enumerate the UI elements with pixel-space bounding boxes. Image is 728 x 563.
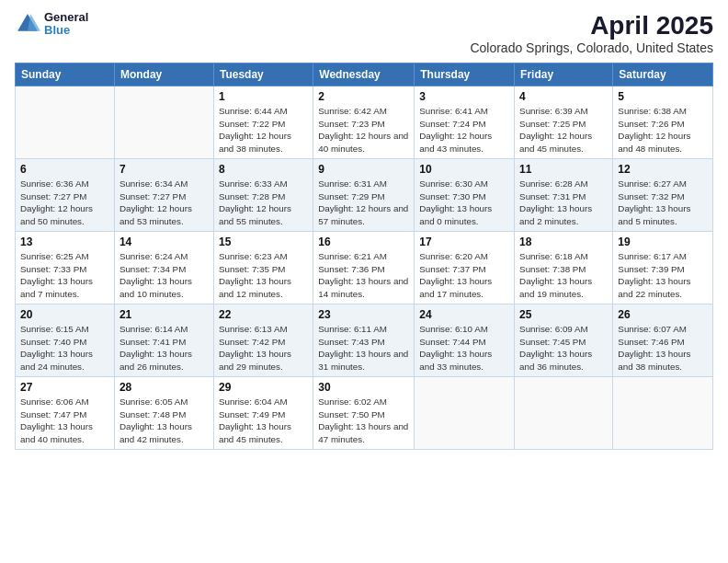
sunrise-text: Sunrise: 6:31 AM bbox=[318, 178, 387, 189]
sunrise-text: Sunrise: 6:17 AM bbox=[618, 251, 687, 261]
daylight-text: Daylight: 12 hours and 48 minutes. bbox=[618, 131, 690, 154]
sunrise-text: Sunrise: 6:06 AM bbox=[20, 396, 89, 407]
calendar-day-cell: 2Sunrise: 6:42 AMSunset: 7:23 PMDaylight… bbox=[313, 86, 415, 159]
sunset-text: Sunset: 7:48 PM bbox=[119, 409, 186, 419]
calendar-day-cell: 28Sunrise: 6:05 AMSunset: 7:48 PMDayligh… bbox=[114, 377, 213, 450]
day-info: Sunrise: 6:07 AMSunset: 7:46 PMDaylight:… bbox=[618, 323, 708, 373]
day-info: Sunrise: 6:21 AMSunset: 7:36 PMDaylight:… bbox=[318, 250, 409, 300]
daylight-text: Daylight: 12 hours and 55 minutes. bbox=[219, 203, 291, 226]
calendar-day-cell: 30Sunrise: 6:02 AMSunset: 7:50 PMDayligh… bbox=[313, 377, 415, 450]
calendar-day-cell: 11Sunrise: 6:28 AMSunset: 7:31 PMDayligh… bbox=[515, 159, 613, 232]
sunset-text: Sunset: 7:33 PM bbox=[20, 264, 86, 274]
daylight-text: Daylight: 13 hours and 31 minutes. bbox=[318, 349, 408, 372]
calendar-day-cell: 25Sunrise: 6:09 AMSunset: 7:45 PMDayligh… bbox=[515, 304, 613, 377]
calendar-day-cell: 14Sunrise: 6:24 AMSunset: 7:34 PMDayligh… bbox=[114, 232, 213, 304]
day-info: Sunrise: 6:20 AMSunset: 7:37 PMDaylight:… bbox=[419, 250, 509, 300]
day-info: Sunrise: 6:14 AMSunset: 7:41 PMDaylight:… bbox=[119, 323, 209, 373]
calendar-day-cell: 23Sunrise: 6:11 AMSunset: 7:43 PMDayligh… bbox=[313, 304, 415, 377]
calendar-day-cell: 19Sunrise: 6:17 AMSunset: 7:39 PMDayligh… bbox=[613, 232, 713, 304]
day-info: Sunrise: 6:10 AMSunset: 7:44 PMDaylight:… bbox=[419, 323, 509, 373]
sunset-text: Sunset: 7:26 PM bbox=[618, 119, 684, 129]
day-number: 8 bbox=[219, 163, 308, 176]
sunset-text: Sunset: 7:42 PM bbox=[219, 337, 285, 347]
day-info: Sunrise: 6:34 AMSunset: 7:27 PMDaylight:… bbox=[119, 178, 209, 227]
day-number: 11 bbox=[519, 163, 608, 176]
calendar-day-cell: 12Sunrise: 6:27 AMSunset: 7:32 PMDayligh… bbox=[613, 159, 713, 232]
daylight-text: Daylight: 13 hours and 45 minutes. bbox=[219, 421, 291, 444]
daylight-text: Daylight: 12 hours and 53 minutes. bbox=[119, 203, 192, 226]
day-number: 13 bbox=[20, 236, 109, 248]
day-info: Sunrise: 6:33 AMSunset: 7:28 PMDaylight:… bbox=[219, 178, 308, 227]
day-info: Sunrise: 6:15 AMSunset: 7:40 PMDaylight:… bbox=[20, 323, 109, 373]
sunset-text: Sunset: 7:43 PM bbox=[318, 337, 384, 347]
daylight-text: Daylight: 12 hours and 57 minutes. bbox=[318, 203, 408, 226]
day-info: Sunrise: 6:17 AMSunset: 7:39 PMDaylight:… bbox=[618, 250, 708, 300]
sunrise-text: Sunrise: 6:24 AM bbox=[119, 251, 188, 261]
daylight-text: Daylight: 13 hours and 47 minutes. bbox=[318, 421, 408, 444]
calendar-day-cell: 16Sunrise: 6:21 AMSunset: 7:36 PMDayligh… bbox=[313, 232, 415, 304]
sunset-text: Sunset: 7:27 PM bbox=[119, 191, 186, 201]
calendar-day-cell bbox=[16, 86, 115, 159]
daylight-text: Daylight: 12 hours and 43 minutes. bbox=[419, 131, 492, 154]
weekday-header: Sunday bbox=[16, 63, 115, 86]
calendar-day-cell: 5Sunrise: 6:38 AMSunset: 7:26 PMDaylight… bbox=[613, 86, 713, 159]
day-info: Sunrise: 6:25 AMSunset: 7:33 PMDaylight:… bbox=[20, 250, 109, 300]
calendar-week-row: 6Sunrise: 6:36 AMSunset: 7:27 PMDaylight… bbox=[16, 159, 713, 232]
calendar-day-cell: 9Sunrise: 6:31 AMSunset: 7:29 PMDaylight… bbox=[313, 159, 415, 232]
calendar-week-row: 20Sunrise: 6:15 AMSunset: 7:40 PMDayligh… bbox=[16, 304, 713, 377]
daylight-text: Daylight: 12 hours and 38 minutes. bbox=[219, 131, 291, 154]
sunrise-text: Sunrise: 6:33 AM bbox=[219, 178, 288, 189]
sunset-text: Sunset: 7:41 PM bbox=[119, 337, 186, 347]
sunset-text: Sunset: 7:32 PM bbox=[618, 191, 684, 201]
day-number: 4 bbox=[519, 90, 608, 103]
daylight-text: Daylight: 13 hours and 38 minutes. bbox=[618, 349, 690, 372]
day-info: Sunrise: 6:39 AMSunset: 7:25 PMDaylight:… bbox=[519, 105, 608, 155]
sunset-text: Sunset: 7:23 PM bbox=[318, 119, 384, 129]
logo: General Blue bbox=[15, 11, 88, 38]
sunrise-text: Sunrise: 6:42 AM bbox=[318, 106, 387, 116]
calendar-day-cell: 20Sunrise: 6:15 AMSunset: 7:40 PMDayligh… bbox=[16, 304, 115, 377]
daylight-text: Daylight: 13 hours and 0 minutes. bbox=[419, 203, 492, 226]
daylight-text: Daylight: 13 hours and 7 minutes. bbox=[20, 276, 93, 299]
sunset-text: Sunset: 7:30 PM bbox=[419, 191, 485, 201]
sunrise-text: Sunrise: 6:41 AM bbox=[419, 106, 488, 116]
calendar-day-cell: 29Sunrise: 6:04 AMSunset: 7:49 PMDayligh… bbox=[213, 377, 313, 450]
sunset-text: Sunset: 7:49 PM bbox=[219, 409, 285, 419]
sunset-text: Sunset: 7:28 PM bbox=[219, 191, 285, 201]
sunrise-text: Sunrise: 6:21 AM bbox=[318, 251, 387, 261]
day-info: Sunrise: 6:27 AMSunset: 7:32 PMDaylight:… bbox=[618, 178, 708, 227]
daylight-text: Daylight: 12 hours and 40 minutes. bbox=[318, 131, 408, 154]
day-number: 26 bbox=[618, 308, 708, 321]
day-info: Sunrise: 6:41 AMSunset: 7:24 PMDaylight:… bbox=[419, 105, 509, 155]
sunset-text: Sunset: 7:37 PM bbox=[419, 264, 485, 274]
sunset-text: Sunset: 7:50 PM bbox=[318, 409, 384, 419]
sunset-text: Sunset: 7:35 PM bbox=[219, 264, 285, 274]
day-number: 22 bbox=[219, 308, 308, 321]
logo-icon bbox=[15, 11, 40, 37]
day-info: Sunrise: 6:38 AMSunset: 7:26 PMDaylight:… bbox=[618, 105, 708, 155]
sunset-text: Sunset: 7:44 PM bbox=[419, 337, 485, 347]
logo-line1: General bbox=[44, 11, 88, 24]
daylight-text: Daylight: 13 hours and 36 minutes. bbox=[519, 349, 592, 372]
calendar-day-cell: 18Sunrise: 6:18 AMSunset: 7:38 PMDayligh… bbox=[515, 232, 613, 304]
day-number: 12 bbox=[618, 163, 708, 176]
title-block: April 2025 Colorado Springs, Colorado, U… bbox=[470, 11, 713, 55]
day-number: 30 bbox=[318, 381, 409, 394]
sunrise-text: Sunrise: 6:14 AM bbox=[119, 324, 188, 334]
daylight-text: Daylight: 12 hours and 50 minutes. bbox=[20, 203, 93, 226]
sunset-text: Sunset: 7:45 PM bbox=[519, 337, 586, 347]
page: General Blue April 2025 Colorado Springs… bbox=[0, 0, 728, 563]
sunset-text: Sunset: 7:36 PM bbox=[318, 264, 384, 274]
calendar-day-cell: 3Sunrise: 6:41 AMSunset: 7:24 PMDaylight… bbox=[415, 86, 515, 159]
sunrise-text: Sunrise: 6:34 AM bbox=[119, 178, 188, 189]
sunset-text: Sunset: 7:31 PM bbox=[519, 191, 586, 201]
day-number: 18 bbox=[519, 236, 608, 248]
daylight-text: Daylight: 13 hours and 29 minutes. bbox=[219, 349, 291, 372]
calendar-week-row: 1Sunrise: 6:44 AMSunset: 7:22 PMDaylight… bbox=[16, 86, 713, 159]
sunrise-text: Sunrise: 6:09 AM bbox=[519, 324, 588, 334]
day-number: 28 bbox=[119, 381, 209, 394]
sunrise-text: Sunrise: 6:10 AM bbox=[419, 324, 488, 334]
calendar-day-cell bbox=[114, 86, 213, 159]
sunrise-text: Sunrise: 6:38 AM bbox=[618, 106, 687, 116]
weekday-header: Saturday bbox=[613, 63, 713, 86]
